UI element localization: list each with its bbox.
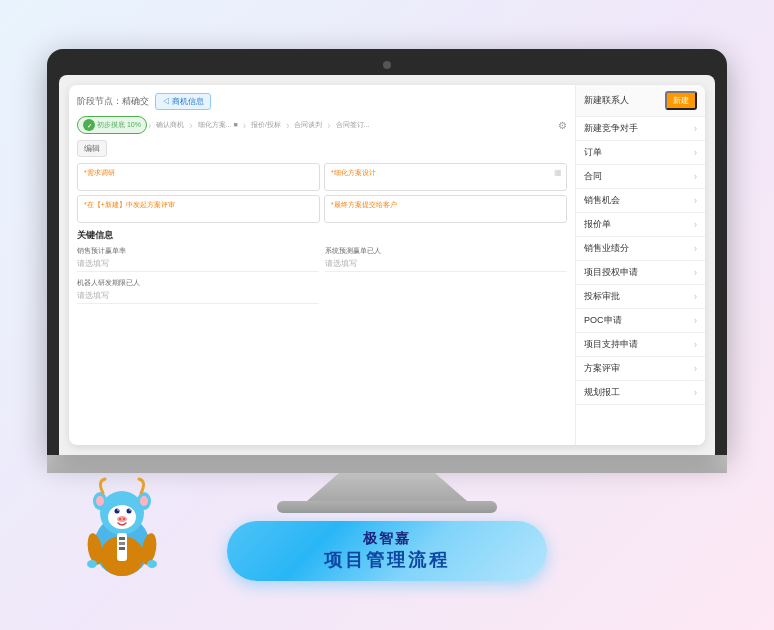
panel-item-order[interactable]: 订单 › xyxy=(576,141,705,165)
svg-point-14 xyxy=(119,518,121,520)
auth-label: 项目授权申请 xyxy=(584,266,638,279)
screen-content: 阶段节点：精确交 ◁ 商机信息 ✓ 初步摸底 10% › 确认商机 xyxy=(59,75,715,455)
bid-arrow: › xyxy=(694,291,697,302)
monitor-foot xyxy=(277,501,497,513)
arrow-2: › xyxy=(189,120,192,131)
panel-item-project-support[interactable]: 项目支持申请 › xyxy=(576,333,705,357)
form-grid: *需求调研 *细化方案设计 ▦ *在【+新建】中发起方案评审 xyxy=(77,163,567,223)
field-solution-design[interactable]: *细化方案设计 ▦ xyxy=(324,163,567,191)
quote-label: 报价单 xyxy=(584,218,611,231)
settings-icon[interactable]: ⚙ xyxy=(558,120,567,131)
svg-point-13 xyxy=(117,516,127,522)
step-3-label: 细化方案... ■ xyxy=(198,120,238,130)
field-final-solution[interactable]: *最终方案提交给客户 xyxy=(324,195,567,223)
panel-title: 新建联系人 xyxy=(584,94,629,107)
panel-item-auth[interactable]: 项目授权申请 › xyxy=(576,261,705,285)
svg-point-15 xyxy=(123,518,125,520)
info-win-rate: 销售预计赢单率 请选填写 xyxy=(77,246,319,272)
order-label: 订单 xyxy=(584,146,602,159)
form-toolbar: 编辑 xyxy=(77,140,567,157)
planning-arrow: › xyxy=(694,387,697,398)
robot-deadline-value: 请选填写 xyxy=(77,288,319,304)
field-demand-research[interactable]: *需求调研 xyxy=(77,163,320,191)
monitor-stand xyxy=(307,473,467,501)
edit-button[interactable]: 编辑 xyxy=(77,140,107,157)
app-label-line2: 项目管理流程 xyxy=(324,548,450,572)
panel-item-planning[interactable]: 规划报工 › xyxy=(576,381,705,405)
step-5[interactable]: 合同谈判 xyxy=(290,118,326,132)
panel-item-poc[interactable]: POC申请 › xyxy=(576,309,705,333)
competitor-arrow: › xyxy=(694,123,697,134)
step-5-label: 合同谈判 xyxy=(294,120,322,130)
monitor-frame: 阶段节点：精确交 ◁ 商机信息 ✓ 初步摸底 10% › 确认商机 xyxy=(47,49,727,455)
panel-item-contract[interactable]: 合同 › xyxy=(576,165,705,189)
panel-header: 新建联系人 新建 xyxy=(576,85,705,117)
svg-point-10 xyxy=(127,509,132,514)
step-2-label: 确认商机 xyxy=(156,120,184,130)
panel-item-competitor[interactable]: 新建竞争对手 › xyxy=(576,117,705,141)
bottom-container: 极智嘉 项目管理流程 xyxy=(47,473,727,581)
competitor-label: 新建竞争对手 xyxy=(584,122,638,135)
planning-label: 规划报工 xyxy=(584,386,620,399)
app-label-line1: 极智嘉 xyxy=(363,530,411,548)
solution-review-label: 方案评审 xyxy=(584,362,620,375)
step-1-circle: ✓ xyxy=(83,119,95,131)
sales-perf-label: 销售业绩分 xyxy=(584,242,629,255)
step-1[interactable]: ✓ 初步摸底 10% xyxy=(77,116,147,134)
svg-point-23 xyxy=(87,560,97,568)
step-4[interactable]: 报价/投标 xyxy=(247,118,285,132)
arrow-4: › xyxy=(286,120,289,131)
camera-dot xyxy=(383,61,391,69)
project-support-arrow: › xyxy=(694,339,697,350)
field-solution-label: *细化方案设计 xyxy=(331,168,560,178)
info-predicted-win: 系统预测赢单已人 请选填写 xyxy=(325,246,567,272)
svg-point-11 xyxy=(117,509,119,511)
auth-arrow: › xyxy=(694,267,697,278)
step-6[interactable]: 合同签订... xyxy=(332,118,374,132)
sales-oppo-label: 销售机会 xyxy=(584,194,620,207)
mascot xyxy=(77,471,167,581)
arrow-3: › xyxy=(243,120,246,131)
panel-item-quote[interactable]: 报价单 › xyxy=(576,213,705,237)
svg-point-5 xyxy=(140,496,148,506)
panel-item-solution-review[interactable]: 方案评审 › xyxy=(576,357,705,381)
svg-point-3 xyxy=(96,496,104,506)
new-contact-button[interactable]: 新建 xyxy=(665,91,697,110)
step-6-label: 合同签订... xyxy=(336,120,370,130)
panel-item-sales-oppo[interactable]: 销售机会 › xyxy=(576,189,705,213)
step-2[interactable]: 确认商机 xyxy=(152,118,188,132)
key-info-title: 关键信息 xyxy=(77,229,567,242)
svg-point-9 xyxy=(115,509,120,514)
svg-rect-20 xyxy=(119,547,125,550)
stage-bar: 阶段节点：精确交 ◁ 商机信息 xyxy=(77,93,567,110)
screen-inner: 阶段节点：精确交 ◁ 商机信息 ✓ 初步摸底 10% › 确认商机 xyxy=(69,85,705,445)
monitor-screen: 阶段节点：精确交 ◁ 商机信息 ✓ 初步摸底 10% › 确认商机 xyxy=(59,75,715,455)
field-review-launch[interactable]: *在【+新建】中发起方案评审 xyxy=(77,195,320,223)
arrow-1: › xyxy=(148,120,151,131)
field-demand-label: *需求调研 xyxy=(84,168,313,178)
poc-label: POC申请 xyxy=(584,314,622,327)
quote-arrow: › xyxy=(694,219,697,230)
sales-oppo-arrow: › xyxy=(694,195,697,206)
right-panel: 新建联系人 新建 新建竞争对手 › 订单 › 合同 xyxy=(575,85,705,445)
opportunity-button[interactable]: ◁ 商机信息 xyxy=(155,93,211,110)
info-robot-deadline: 机器人研发期限已人 请选填写 xyxy=(77,278,319,304)
poc-arrow: › xyxy=(694,315,697,326)
solution-review-arrow: › xyxy=(694,363,697,374)
project-support-label: 项目支持申请 xyxy=(584,338,638,351)
field-final-label: *最终方案提交给客户 xyxy=(331,200,560,210)
svg-point-12 xyxy=(129,509,131,511)
calendar-icon: ▦ xyxy=(554,168,562,177)
step-1-label: 初步摸底 10% xyxy=(97,120,141,130)
predicted-win-value: 请选填写 xyxy=(325,256,567,272)
bid-label: 投标审批 xyxy=(584,290,620,303)
panel-item-sales-perf[interactable]: 销售业绩分 › xyxy=(576,237,705,261)
predicted-win-label: 系统预测赢单已人 xyxy=(325,246,567,256)
panel-item-bid[interactable]: 投标审批 › xyxy=(576,285,705,309)
sales-perf-arrow: › xyxy=(694,243,697,254)
svg-rect-18 xyxy=(119,537,125,540)
progress-steps: ✓ 初步摸底 10% › 确认商机 › 细化方案... ■ › xyxy=(77,116,567,134)
robot-deadline-label: 机器人研发期限已人 xyxy=(77,278,319,288)
contract-arrow: › xyxy=(694,171,697,182)
step-3[interactable]: 细化方案... ■ xyxy=(194,118,242,132)
